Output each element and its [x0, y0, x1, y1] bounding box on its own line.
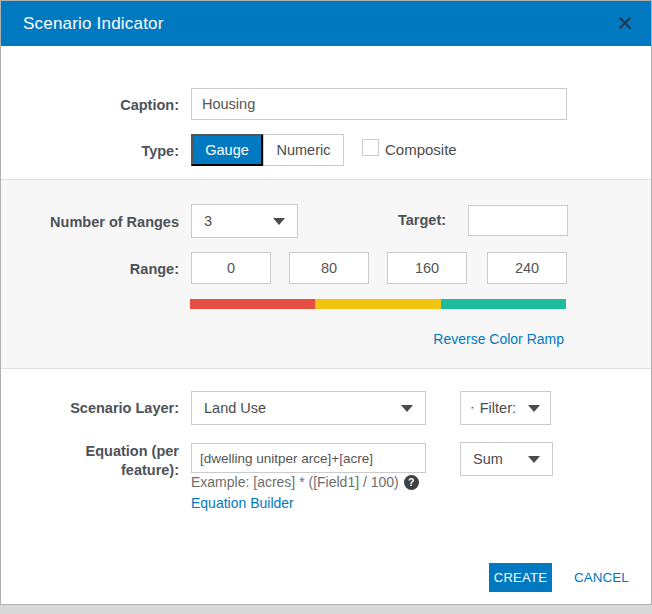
scenario-layer-label: Scenario Layer:: [21, 399, 179, 418]
equation-example: Example: [acres] * ([Field1] / 100) ?: [191, 474, 419, 490]
ramp-segment-yellow: [315, 299, 440, 309]
help-icon[interactable]: ?: [404, 475, 419, 490]
equation-label-line1: Equation (per: [86, 443, 179, 459]
ramp-segment-green: [441, 299, 566, 309]
caption-input[interactable]: [191, 88, 567, 120]
number-of-ranges-label: Number of Ranges: [21, 213, 179, 232]
filter-label: Filter:: [480, 400, 516, 416]
cancel-link[interactable]: CANCEL: [574, 570, 629, 585]
range-input-0[interactable]: [191, 252, 271, 284]
equation-builder-link[interactable]: Equation Builder: [191, 495, 294, 511]
layers-icon: [471, 400, 474, 416]
equation-label-line2: feature):: [121, 462, 179, 478]
equation-input[interactable]: [191, 443, 426, 473]
scenario-layer-select[interactable]: Land Use: [191, 391, 426, 425]
color-ramp: [190, 299, 566, 309]
number-of-ranges-value: 3: [204, 213, 273, 229]
close-x-glyph: [618, 16, 632, 30]
chevron-down-icon: [528, 405, 540, 412]
caption-label: Caption:: [21, 96, 179, 115]
composite-label: Composite: [385, 141, 457, 158]
scenario-indicator-dialog: Scenario Indicator Caption: Type: Gauge …: [0, 0, 652, 605]
range-input-1[interactable]: [289, 252, 369, 284]
composite-checkbox[interactable]: [362, 139, 379, 156]
number-of-ranges-select[interactable]: 3: [191, 204, 298, 238]
range-input-3[interactable]: [487, 252, 567, 284]
reverse-color-ramp-link[interactable]: Reverse Color Ramp: [433, 331, 564, 347]
type-numeric-button[interactable]: Numeric: [263, 134, 344, 166]
chevron-down-icon: [401, 405, 413, 412]
filter-dropdown[interactable]: Filter:: [460, 391, 551, 425]
type-gauge-button[interactable]: Gauge: [191, 134, 263, 166]
equation-label: Equation (per feature):: [21, 442, 179, 480]
chevron-down-icon: [528, 456, 540, 463]
range-label: Range:: [21, 260, 179, 279]
target-input[interactable]: [468, 205, 568, 236]
target-label: Target:: [398, 212, 446, 228]
create-button[interactable]: CREATE: [489, 563, 552, 592]
aggregation-select[interactable]: Sum: [460, 442, 553, 476]
ramp-segment-red: [190, 299, 315, 309]
close-icon[interactable]: [617, 15, 633, 31]
chevron-down-icon: [273, 218, 285, 225]
range-input-2[interactable]: [387, 252, 467, 284]
scenario-layer-value: Land Use: [204, 400, 401, 416]
type-label: Type:: [21, 142, 179, 161]
dialog-header: Scenario Indicator: [1, 1, 651, 46]
equation-example-text: Example: [acres] * ([Field1] / 100): [191, 474, 399, 490]
dialog-title: Scenario Indicator: [23, 1, 164, 46]
aggregation-value: Sum: [473, 451, 528, 467]
